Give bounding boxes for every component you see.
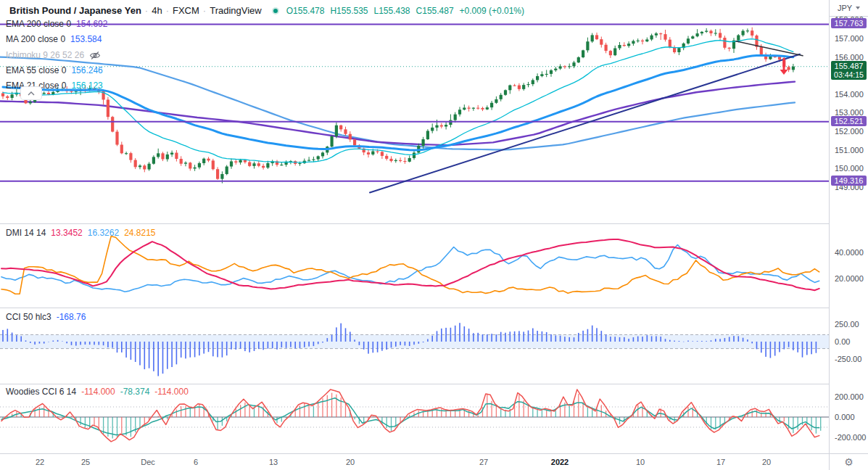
interval-label[interactable]: 4h	[152, 5, 162, 16]
axis-tick-label: 157.000	[835, 34, 864, 43]
price-level-badge: 157.763	[831, 18, 867, 28]
time-scale[interactable]: 2225Dec61320272022101720	[0, 453, 829, 470]
time-axis-label: 13	[269, 458, 278, 466]
axis-tick-label: 150.000	[835, 164, 864, 173]
platform-label: TradingView	[210, 5, 262, 16]
close-value: C155.487	[416, 6, 454, 16]
collapse-pane-button[interactable]	[20, 86, 42, 100]
open-value: O155.478	[286, 6, 325, 16]
indicator-label: MA 200 close 0	[6, 34, 65, 44]
currency-unit-button[interactable]: JPY	[830, 0, 868, 17]
indicator-label: CCI 50 hlc3	[6, 312, 51, 322]
indicator-value: -114.000	[154, 387, 188, 397]
chevron-up-icon	[28, 91, 35, 96]
time-axis-label: 27	[479, 458, 488, 466]
separator: ·	[166, 5, 169, 16]
scale-settings-button[interactable]: ⚙	[829, 453, 868, 470]
time-axis-label: 20	[762, 458, 771, 466]
time-axis-label: 6	[194, 458, 198, 466]
last-price-value: 155.487	[831, 62, 867, 70]
time-axis-label: 10	[636, 458, 645, 466]
time-axis-label: 20	[346, 458, 355, 466]
axis-tick-label: 20.0000	[835, 274, 864, 283]
time-axis-label: 25	[81, 458, 90, 466]
axis-tick-label: 200.000	[835, 392, 864, 401]
indicator-label: Ichimoku 9 26 52 26	[6, 50, 84, 60]
separator: ·	[145, 5, 148, 16]
axis-tick-label: 154.000	[835, 90, 864, 99]
gear-icon: ⚙	[844, 456, 853, 468]
time-axis-label: 17	[716, 458, 725, 466]
indicator-label: DMI 14 14	[6, 228, 46, 238]
indicator-value: -78.374	[120, 387, 150, 397]
price-level-badge: 152.521	[831, 116, 867, 126]
indicator-value: -168.76	[57, 312, 86, 322]
symbol-title[interactable]: British Pound / Japanese Yen	[9, 5, 141, 16]
bar-countdown: 03:44:15	[831, 70, 867, 79]
separator: ·	[203, 5, 206, 16]
axis-tick-label: 151.000	[835, 146, 864, 154]
axis-tick-label: -200.000	[835, 433, 866, 442]
visibility-off-icon[interactable]	[89, 51, 101, 60]
low-value: L155.438	[373, 6, 410, 16]
price-level-badge: 149.316	[831, 176, 867, 186]
exchange-label[interactable]: FXCM	[173, 5, 199, 16]
indicator-value: -114.000	[81, 387, 115, 397]
indicator-label: EMA 55 close 0	[6, 65, 66, 75]
legend-row-woodies[interactable]: Woodies CCI 6 14 -114.000 -78.374 -114.0…	[6, 387, 189, 397]
legend-row-ma200[interactable]: MA 200 close 0 153.584	[6, 34, 102, 44]
indicator-value: 16.3262	[88, 228, 119, 238]
indicator-label: EMA 200 close 0	[6, 19, 71, 29]
chevron-down-icon	[856, 7, 860, 9]
indicator-value: 13.3452	[51, 228, 82, 238]
indicator-value: 24.8215	[124, 228, 155, 238]
market-status-icon[interactable]	[272, 7, 279, 15]
indicator-value: 153.584	[70, 34, 102, 44]
indicator-value: 156.246	[71, 65, 102, 75]
axis-tick-label: 0.000	[835, 413, 855, 421]
indicator-value: 156.123	[71, 81, 102, 91]
high-value: H155.535	[330, 6, 368, 16]
indicator-label: Woodies CCI 6 14	[6, 387, 76, 397]
time-axis-label: Dec	[141, 458, 155, 466]
axis-tick-label: 0.00	[835, 337, 850, 346]
axis-tick-label: 40.0000	[835, 248, 864, 257]
price-scale[interactable]: JPY 158.000157.000156.000155.000154.0001…	[829, 0, 868, 470]
tradingview-chart-window: British Pound / Japanese Yen · 4h · FXCM…	[0, 0, 868, 470]
currency-label: JPY	[838, 4, 852, 12]
legend-row-ichimoku[interactable]: Ichimoku 9 26 52 26	[6, 50, 101, 60]
axis-tick-label: 156.000	[835, 53, 864, 62]
chart-header: British Pound / Japanese Yen · 4h · FXCM…	[9, 5, 524, 16]
ohlc-values: O155.478 H155.535 L155.438 C155.487 +0.0…	[286, 6, 524, 16]
indicator-value: 154.692	[76, 19, 107, 29]
time-axis-label: 2022	[551, 458, 569, 466]
axis-tick-label: 152.000	[835, 127, 864, 136]
legend-row-ema200[interactable]: EMA 200 close 0 154.692	[6, 19, 107, 29]
last-price-badge: 155.48703:44:15	[831, 61, 867, 80]
time-axis-label: 22	[36, 458, 44, 466]
axis-tick-label: -250.00	[835, 355, 861, 363]
change-value: +0.009 (+0.01%)	[460, 6, 524, 16]
axis-tick-label: 250.00	[835, 320, 859, 329]
legend-row-ema55[interactable]: EMA 55 close 0 156.246	[6, 65, 103, 75]
legend-row-dmi[interactable]: DMI 14 14 13.3452 16.3262 24.8215	[6, 228, 156, 238]
legend-row-cci[interactable]: CCI 50 hlc3 -168.76	[6, 312, 86, 322]
